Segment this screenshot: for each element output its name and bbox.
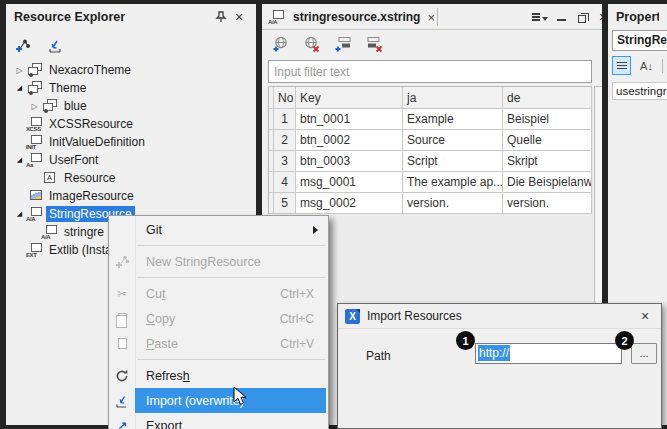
add-key-icon[interactable] bbox=[332, 33, 354, 55]
annotation-badge-2: 2 bbox=[615, 331, 634, 350]
grid-cell[interactable]: Example bbox=[403, 109, 503, 130]
menu-item-label: New StringResource bbox=[146, 255, 326, 269]
tree-item-userfont[interactable]: ◢AaUserFont bbox=[6, 151, 256, 169]
grid-cell[interactable]: Die Beispielanw... bbox=[503, 172, 592, 193]
grid-column-header[interactable]: de bbox=[503, 87, 592, 109]
dialog-titlebar[interactable]: X Import Resources × bbox=[338, 304, 661, 329]
resource-explorer-toolbar bbox=[12, 34, 66, 58]
grid-cell[interactable]: Beispiel bbox=[503, 109, 592, 130]
tree-collapsed-icon[interactable]: ▷ bbox=[13, 66, 26, 75]
restore-icon[interactable] bbox=[576, 11, 588, 23]
import-resource-icon[interactable] bbox=[44, 35, 66, 57]
tab-list-icon[interactable] bbox=[534, 11, 546, 23]
property-name-cell[interactable]: usestringre bbox=[612, 82, 667, 100]
filter-input[interactable] bbox=[268, 60, 592, 83]
tree-item-nexacrotheme[interactable]: ▷NexacroTheme bbox=[6, 61, 256, 79]
menu-item-git[interactable]: Git bbox=[109, 217, 328, 242]
grid-row: 1btn_0001ExampleBeispiel bbox=[269, 109, 592, 130]
grid-cell[interactable]: btn_0003 bbox=[296, 151, 403, 172]
import-icon bbox=[109, 388, 135, 413]
tree-item-blue[interactable]: ▷blue bbox=[6, 97, 256, 115]
minimize-icon[interactable] bbox=[555, 11, 567, 23]
grid-cell[interactable]: version. bbox=[503, 193, 592, 214]
tabbar-separator bbox=[437, 8, 438, 26]
menu-item-paste[interactable]: PasteCtrl+V bbox=[109, 331, 328, 356]
grid-cell[interactable]: 1 bbox=[274, 109, 296, 130]
tab-stringresource-xstring[interactable]: A/A stringresource.xstring × bbox=[268, 6, 437, 28]
grid-column-header[interactable]: ja bbox=[403, 87, 503, 109]
grid-row: 2btn_0002SourceQuelle bbox=[269, 130, 592, 151]
grid-cell[interactable]: 3 bbox=[274, 151, 296, 172]
tree-win-icon: XCSS bbox=[26, 117, 43, 131]
menu-item-export[interactable]: Export bbox=[109, 413, 328, 429]
editor-window-controls: × bbox=[534, 9, 602, 25]
tree-item-initvaluedefinition[interactable]: INITInitValueDefinition bbox=[6, 133, 256, 151]
properties-object-selector[interactable]: StringRes bbox=[612, 30, 667, 51]
grid-cell[interactable]: Source bbox=[403, 130, 503, 151]
tree-item-label: NexacroTheme bbox=[46, 62, 134, 78]
browse-button[interactable]: ... bbox=[631, 343, 657, 364]
tree-expanded-icon[interactable]: ◢ bbox=[13, 84, 26, 92]
grid-cell[interactable]: Skript bbox=[503, 151, 592, 172]
tree-item-label: Theme bbox=[46, 80, 89, 96]
tree-item-label: ImageResource bbox=[46, 188, 137, 204]
pin-icon[interactable] bbox=[212, 8, 230, 26]
grid-cell[interactable]: The example ap... bbox=[403, 172, 503, 193]
tree-item-imageresource[interactable]: ImageResource bbox=[6, 187, 256, 205]
panel-close-icon[interactable]: × bbox=[230, 8, 248, 26]
editor-tabbar: A/A stringresource.xstring × × bbox=[262, 4, 602, 30]
tree-item-xcssresource[interactable]: XCSSXCSSResource bbox=[6, 115, 256, 133]
categorized-view-icon[interactable] bbox=[612, 56, 631, 75]
menu-item-refresh[interactable]: Refresh bbox=[109, 363, 328, 388]
tree-boxA-icon: A bbox=[41, 171, 58, 185]
tree-item-resource[interactable]: AResource bbox=[6, 169, 256, 187]
annotation-badge-1: 1 bbox=[456, 331, 475, 350]
grid-cell[interactable]: btn_0001 bbox=[296, 109, 403, 130]
delete-key-icon[interactable] bbox=[363, 33, 385, 55]
delete-language-icon[interactable] bbox=[301, 33, 323, 55]
tree-item-label: UserFont bbox=[46, 152, 101, 168]
sort-alphabetical-icon[interactable]: A↓ bbox=[637, 56, 656, 75]
grid-cell[interactable]: msg_0002 bbox=[296, 193, 403, 214]
grid-cell[interactable]: msg_0001 bbox=[296, 172, 403, 193]
dialog-title: Import Resources bbox=[367, 309, 636, 323]
menu-item-label: Cut bbox=[146, 287, 280, 301]
menu-item-label: Paste bbox=[146, 337, 280, 351]
grid-cell[interactable]: 2 bbox=[274, 130, 296, 151]
grid-column-header[interactable]: Key bbox=[296, 87, 403, 109]
grid-cell[interactable]: version. bbox=[403, 193, 503, 214]
grid-cell[interactable]: Script bbox=[403, 151, 503, 172]
grid-row: 5msg_0002version.version. bbox=[269, 193, 592, 214]
add-resource-icon[interactable] bbox=[12, 35, 34, 57]
tab-close-icon[interactable]: × bbox=[425, 10, 437, 25]
menu-item-new-stringresource[interactable]: New StringResource bbox=[109, 249, 328, 274]
dialog-close-icon[interactable]: × bbox=[636, 307, 654, 325]
submenu-arrow-icon bbox=[313, 226, 318, 234]
tree-expanded-icon[interactable]: ◢ bbox=[13, 210, 26, 218]
menu-item-body: Git bbox=[135, 217, 326, 242]
tree-item-theme[interactable]: ◢Theme bbox=[6, 79, 256, 97]
add-language-icon[interactable] bbox=[270, 33, 292, 55]
grid-cell[interactable]: Quelle bbox=[503, 130, 592, 151]
tree-item-label: XCSSResource bbox=[46, 116, 136, 132]
grid-cell[interactable]: btn_0002 bbox=[296, 130, 403, 151]
refresh-icon bbox=[109, 363, 135, 388]
tree-expanded-icon[interactable]: ◢ bbox=[13, 156, 26, 164]
editor-close-icon[interactable]: × bbox=[597, 11, 602, 23]
menu-item-label: Git bbox=[146, 223, 313, 237]
tree-collapsed-icon[interactable]: ▷ bbox=[28, 102, 41, 111]
menu-item-cut[interactable]: ✂CutCtrl+X bbox=[109, 281, 328, 306]
cut-icon: ✂ bbox=[109, 281, 135, 306]
menu-item-import-overwrite-[interactable]: Import (overwrite) bbox=[109, 388, 328, 413]
tree-item-label: Resource bbox=[61, 170, 118, 186]
properties-toolbar-separator bbox=[662, 59, 663, 73]
path-input[interactable]: http:// bbox=[475, 343, 622, 364]
menu-item-copy[interactable]: CopyCtrl+C bbox=[109, 306, 328, 331]
grid-column-header[interactable]: No bbox=[274, 87, 296, 109]
tree-item-label: InitValueDefinition bbox=[46, 134, 148, 150]
grid-cell[interactable]: 5 bbox=[274, 193, 296, 214]
tree-item-label: blue bbox=[61, 98, 90, 114]
grid-row: 3btn_0003ScriptSkript bbox=[269, 151, 592, 172]
copy-icon bbox=[109, 306, 135, 331]
grid-cell[interactable]: 4 bbox=[274, 172, 296, 193]
